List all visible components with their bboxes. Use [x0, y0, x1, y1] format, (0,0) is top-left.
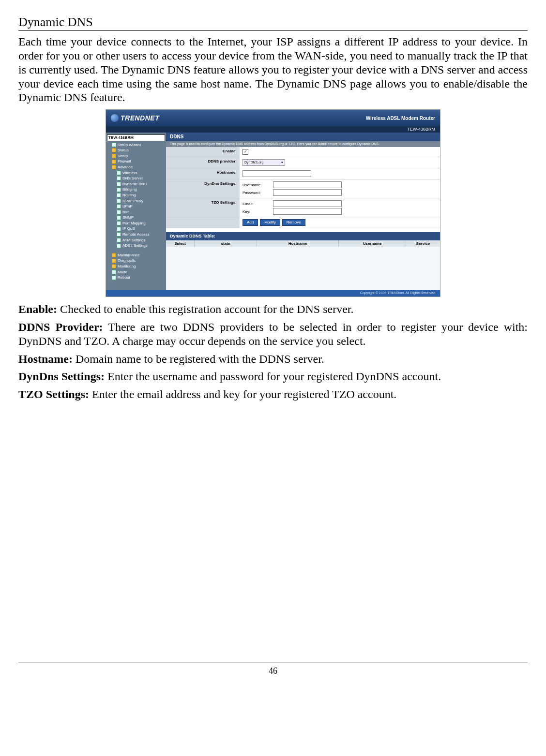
folder-icon [112, 160, 116, 164]
sidebar-item-igmp[interactable]: IGMP Proxy [107, 198, 165, 204]
router-header: TRENDNET Wireless ADSL Modem Router [106, 110, 440, 126]
dyndns-section-label: DynDns Settings: [166, 179, 240, 198]
sidebar-item-wireless[interactable]: Wireless [107, 170, 165, 176]
page-icon [117, 210, 121, 214]
page-icon [117, 227, 121, 231]
sidebar-label: Reboot [118, 275, 130, 280]
sidebar-root[interactable]: TEW-436BRM [107, 134, 165, 141]
sidebar-label: Port Mapping [122, 221, 146, 226]
folder-icon [112, 264, 116, 268]
sidebar-item-status[interactable]: Status [107, 148, 165, 153]
th-select: Select [166, 240, 195, 247]
intro-paragraph: Each time your device connects to the In… [18, 35, 528, 104]
enable-checkbox[interactable]: ✓ [243, 149, 248, 155]
sidebar-label: DNS Server [122, 176, 143, 181]
buttons-spacer [166, 217, 240, 228]
sidebar-item-remote[interactable]: Remote Access [107, 232, 165, 237]
username-input[interactable] [273, 181, 342, 188]
sidebar-label: ADSL Settings [122, 243, 148, 248]
def-hostname-label: Hostname: [18, 353, 73, 365]
sidebar-item-firewall[interactable]: Firewall [107, 159, 165, 164]
sidebar-label: UPnP [122, 204, 133, 209]
folder-icon [112, 253, 116, 257]
table-body-empty [166, 247, 440, 290]
key-label: Key: [243, 209, 269, 214]
def-dyndns-text: Enter the username and password for your… [105, 370, 441, 383]
model-bar: TEW-436BRM [106, 126, 440, 133]
provider-label: DDNS provider: [166, 157, 240, 168]
th-username: Username [339, 240, 406, 247]
sidebar-item-bridging[interactable]: Bridging [107, 187, 165, 193]
sidebar-label: Setup [118, 154, 128, 159]
page-icon [112, 143, 116, 147]
key-input[interactable] [273, 208, 342, 215]
table-title: Dynamic DDNS Table: [166, 232, 440, 240]
username-label: Username: [243, 183, 269, 188]
sidebar-label: Firewall [118, 159, 131, 164]
page-icon [117, 204, 121, 208]
sidebar-label: Wireless [122, 171, 137, 176]
page-number: 46 [18, 663, 528, 677]
page-icon [112, 270, 116, 274]
th-hostname: Hostname [257, 240, 339, 247]
def-tzo-text: Enter the email address and key for your… [89, 388, 396, 400]
globe-icon [111, 114, 119, 122]
page-icon [117, 193, 121, 197]
sidebar-label: Monitoring [118, 264, 136, 269]
page-icon [117, 182, 121, 186]
sidebar-item-routing[interactable]: Routing [107, 193, 165, 198]
page-icon [117, 232, 121, 237]
sidebar-item-dnsserver[interactable]: DNS Server [107, 176, 165, 181]
sidebar-item-upnp[interactable]: UPnP [107, 204, 165, 209]
enable-label: Enable: [166, 147, 240, 157]
sidebar-item-rip[interactable]: RIP [107, 209, 165, 215]
password-input[interactable] [273, 189, 342, 196]
sidebar-label: Mode [118, 270, 127, 275]
sidebar-item-maintenance[interactable]: Maintanance [107, 252, 165, 258]
sidebar-item-snmp[interactable]: SNMP [107, 215, 165, 221]
password-label: Password: [243, 191, 269, 195]
sidebar-label: Remote Access [122, 232, 150, 237]
remove-button[interactable]: Remove [282, 219, 305, 226]
page-icon [117, 216, 121, 220]
email-label: Email: [243, 202, 269, 207]
header-product: Wireless ADSL Modem Router [366, 116, 435, 121]
sidebar-item-monitoring[interactable]: Monitoring [107, 264, 165, 269]
add-button[interactable]: Add [243, 219, 258, 226]
page-icon [117, 176, 121, 180]
sidebar-item-advance[interactable]: Advance [107, 164, 165, 170]
sidebar-item-adsl[interactable]: ADSL Settings [107, 243, 165, 249]
page-icon [117, 199, 121, 203]
page-icon [117, 238, 121, 242]
sidebar-label: Maintanance [118, 253, 140, 258]
page-icon [117, 171, 121, 175]
brand-logo: TRENDNET [111, 114, 159, 122]
def-hostname-text: Domain name to be registered with the DD… [73, 353, 324, 365]
sidebar-label: ATM Settings [122, 238, 145, 243]
sidebar-item-setup[interactable]: Setup [107, 153, 165, 159]
router-footer: Copyright © 2009 TRENDnet. All Rights Re… [106, 290, 440, 296]
sidebar-label: IP QoS [122, 226, 135, 231]
sidebar-label: Bridging [122, 187, 136, 192]
def-hostname: Hostname: Domain name to be registered w… [18, 352, 528, 366]
provider-select[interactable]: DynDNS.org ▾ [243, 159, 285, 166]
def-provider-label: DDNS Provider: [18, 321, 103, 333]
sidebar-label: Dynamic DNS [122, 182, 147, 187]
sidebar-item-reboot[interactable]: Reboot [107, 275, 165, 281]
sidebar-item-atm[interactable]: ATM Settings [107, 237, 165, 243]
def-tzo-label: TZO Settings: [18, 388, 89, 400]
sidebar-item-ipqos[interactable]: IP QoS [107, 226, 165, 232]
sidebar-item-diagnostic[interactable]: Diagnostic [107, 258, 165, 264]
section-title: Dynamic DNS [18, 15, 528, 31]
sidebar-item-portmap[interactable]: Port Mapping [107, 221, 165, 226]
hostname-input[interactable] [243, 170, 311, 177]
sidebar-item-wizard[interactable]: Setup Wizard [107, 142, 165, 148]
folder-icon [112, 154, 116, 158]
email-input[interactable] [273, 200, 342, 207]
sidebar-item-mode[interactable]: Mode [107, 269, 165, 275]
def-tzo: TZO Settings: Enter the email address an… [18, 387, 528, 401]
modify-button[interactable]: Modify [260, 219, 280, 226]
sidebar-label: Status [118, 148, 129, 153]
sidebar: TEW-436BRM Setup Wizard Status Setup Fir… [106, 133, 166, 290]
sidebar-item-dynamic-dns[interactable]: Dynamic DNS [107, 181, 165, 187]
